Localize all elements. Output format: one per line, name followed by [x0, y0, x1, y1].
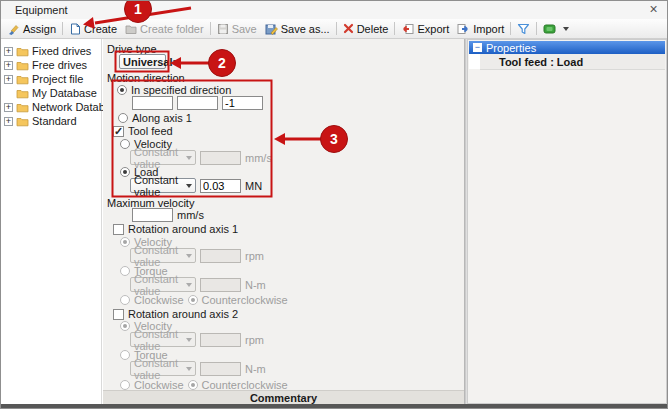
- chevron-down-icon: [186, 254, 192, 258]
- rotation1-velocity-row: Constant value rpm: [130, 248, 264, 263]
- rotation-axis-1-checkbox[interactable]: Rotation around axis 1: [113, 223, 238, 235]
- folder-icon: [16, 60, 29, 71]
- tool-feed-velocity-input[interactable]: [200, 151, 241, 165]
- rotation2-velocity-input[interactable]: [200, 333, 241, 347]
- equipment-window: Equipment × Assign Create Create folder: [0, 0, 668, 409]
- chevron-down-icon: [563, 27, 569, 31]
- tool-feed-checkbox[interactable]: Tool feed: [113, 125, 173, 137]
- direction-vector-inputs: [132, 96, 263, 110]
- dropdown-value: Constant value: [134, 328, 186, 352]
- unit-label: mm/s: [177, 209, 204, 221]
- rotation-axis-2-checkbox[interactable]: Rotation around axis 2: [113, 308, 238, 320]
- save-as-button[interactable]: Save as...: [261, 22, 334, 36]
- import-button[interactable]: Import: [453, 22, 508, 36]
- properties-panel: − Properties Tool feed : Load: [467, 39, 667, 404]
- tree-item-fixed-drives[interactable]: + Fixed drives: [1, 44, 101, 58]
- rotation1-direction-row: Clockwise Counterclockwise: [120, 294, 288, 306]
- rotation1-torque-row: Constant value N-m: [130, 277, 266, 292]
- tree-item-standard[interactable]: + Standard: [1, 114, 101, 128]
- dropdown-value: Constant value: [134, 244, 186, 268]
- delete-button[interactable]: Delete: [339, 22, 393, 36]
- folder-icon: [16, 74, 29, 85]
- radio-along-axis-1[interactable]: Along axis 1: [118, 112, 192, 124]
- direction-y-input[interactable]: [177, 96, 218, 110]
- toolbar-separator: [210, 22, 211, 35]
- radio-icon[interactable]: [117, 85, 127, 95]
- rotation1-torque-law-dropdown[interactable]: Constant value: [130, 277, 196, 292]
- checkbox-icon[interactable]: [113, 224, 124, 235]
- folder-icon: [16, 46, 29, 57]
- save-button[interactable]: Save: [213, 22, 261, 36]
- rotation2-velocity-row: Constant value rpm: [130, 332, 264, 347]
- toolbar-button-label: Create folder: [140, 23, 204, 35]
- expand-icon[interactable]: +: [4, 61, 13, 70]
- rotation1-torque-input[interactable]: [200, 278, 241, 292]
- database-select-button[interactable]: [539, 22, 573, 36]
- database-tree: + Fixed drives + Free drives + Project f…: [1, 39, 102, 404]
- radio-icon: [120, 295, 130, 305]
- checkbox-label: Tool feed: [128, 125, 173, 137]
- load-value-input[interactable]: [200, 179, 241, 193]
- export-button[interactable]: Export: [397, 22, 453, 36]
- radio-icon: [120, 321, 130, 331]
- toolbar-button-label: Delete: [357, 23, 389, 35]
- max-velocity-row: mm/s: [132, 208, 204, 222]
- rotation1-velocity-input[interactable]: [200, 249, 241, 263]
- expand-icon[interactable]: +: [4, 117, 13, 126]
- rotation2-velocity-law-dropdown[interactable]: Constant value: [130, 332, 196, 347]
- max-velocity-input[interactable]: [132, 208, 173, 222]
- checkbox-label: Rotation around axis 2: [128, 308, 238, 320]
- assign-button[interactable]: Assign: [4, 22, 60, 36]
- rotation2-torque-input[interactable]: [200, 362, 241, 376]
- radio-icon[interactable]: [120, 167, 130, 177]
- properties-title: Properties: [486, 42, 536, 54]
- commentary-header[interactable]: Commentary: [103, 390, 464, 404]
- chevron-down-icon: [186, 184, 192, 188]
- drive-type-dropdown[interactable]: Universal: [119, 54, 166, 69]
- rotation2-torque-row: Constant value N-m: [130, 361, 266, 376]
- create-folder-button[interactable]: Create folder: [121, 22, 208, 36]
- toolbar-button-label: Create: [84, 23, 117, 35]
- tree-item-network-database[interactable]: + Network Database: [1, 100, 101, 114]
- direction-z-input[interactable]: [222, 96, 263, 110]
- unit-label: N-m: [245, 279, 266, 291]
- tree-item-label: Standard: [32, 115, 77, 127]
- tree-item-project-file[interactable]: + Project file: [1, 72, 101, 86]
- rotation1-velocity-law-dropdown[interactable]: Constant value: [130, 248, 196, 263]
- drive-form: Drive type Universal Motion direction In…: [103, 39, 464, 404]
- delete-icon: [343, 23, 354, 34]
- chevron-down-icon: [173, 60, 179, 64]
- radio-in-specified-direction[interactable]: In specified direction: [117, 84, 231, 96]
- tree-item-free-drives[interactable]: + Free drives: [1, 58, 101, 72]
- tree-item-my-database[interactable]: My Database: [1, 86, 101, 100]
- create-button[interactable]: Create: [65, 22, 121, 36]
- create-folder-icon: [125, 23, 137, 35]
- save-as-icon: [265, 23, 278, 35]
- expand-icon[interactable]: +: [4, 75, 13, 84]
- property-value: Tool feed : Load: [499, 56, 583, 68]
- collapse-icon[interactable]: −: [473, 43, 482, 52]
- folder-icon: [16, 116, 29, 127]
- checkbox-label: Rotation around axis 1: [128, 223, 238, 235]
- checkbox-icon[interactable]: [113, 309, 124, 320]
- rotation2-torque-law-dropdown[interactable]: Constant value: [130, 361, 196, 376]
- properties-header[interactable]: − Properties: [469, 41, 665, 54]
- radio-icon[interactable]: [118, 113, 128, 123]
- tree-item-label: Fixed drives: [32, 45, 91, 57]
- tree-item-label: Project file: [32, 73, 83, 85]
- radio-icon[interactable]: [120, 139, 130, 149]
- radio-label: Along axis 1: [132, 112, 192, 124]
- checkbox-icon[interactable]: [113, 126, 124, 137]
- close-icon[interactable]: ×: [645, 2, 662, 18]
- chevron-down-icon: [186, 156, 192, 160]
- load-law-dropdown[interactable]: Constant value: [130, 178, 196, 193]
- filter-icon: [517, 23, 530, 35]
- velocity-law-dropdown[interactable]: Constant value: [130, 150, 196, 165]
- toolbar-button-label: Export: [417, 23, 449, 35]
- expand-icon[interactable]: +: [4, 47, 13, 56]
- expand-icon[interactable]: +: [4, 103, 13, 112]
- direction-x-input[interactable]: [132, 96, 173, 110]
- properties-row[interactable]: Tool feed : Load: [480, 54, 665, 70]
- expand-icon: [4, 89, 13, 98]
- filter-button[interactable]: [513, 22, 534, 36]
